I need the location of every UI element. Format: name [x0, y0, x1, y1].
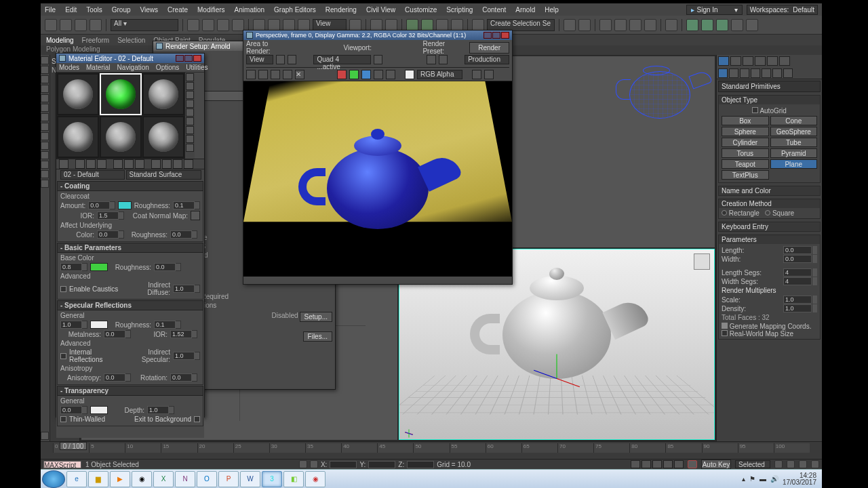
name-color-header[interactable]: Name and Color — [719, 186, 820, 195]
spinner-snap-icon[interactable] — [451, 19, 463, 31]
key-filter-target[interactable]: Selected — [735, 460, 770, 468]
nav-walk-icon[interactable] — [787, 460, 795, 468]
material-editor-window[interactable]: Material Editor - 02 - Default Modes Mat… — [56, 53, 205, 418]
signin-dropdown[interactable]: ▸Sign In▾ — [686, 5, 743, 15]
rotate-icon[interactable] — [268, 19, 280, 31]
primitives-dropdown[interactable]: Standard Primitives — [718, 81, 821, 92]
menu-group[interactable]: Group — [112, 6, 131, 14]
channel-green-icon[interactable] — [349, 70, 359, 79]
coat-amount-input[interactable] — [88, 201, 110, 209]
sample-pattern-icon[interactable] — [186, 91, 194, 99]
cat-systems-icon[interactable] — [783, 68, 793, 78]
chrome-icon[interactable]: ◉ — [132, 471, 152, 487]
metalness-input[interactable] — [104, 330, 125, 338]
caustics-checkbox[interactable] — [60, 286, 66, 292]
nav-orbit-icon[interactable] — [799, 460, 807, 468]
prim-geosphere[interactable]: GeoSphere — [770, 127, 818, 136]
material-slot-4[interactable] — [57, 116, 99, 158]
prim-teapot[interactable]: Teapot — [722, 159, 769, 169]
layer-icon[interactable] — [599, 19, 612, 31]
me-menu-navigation[interactable]: Navigation — [117, 64, 149, 71]
coat-affect-color-input[interactable] — [97, 230, 119, 239]
ribbon-freeform[interactable]: Freeform — [82, 37, 110, 44]
get-material-icon[interactable] — [59, 159, 68, 169]
pivot-icon[interactable] — [349, 19, 361, 31]
redo-icon[interactable] — [60, 19, 72, 31]
keyboard-entry-header[interactable]: Keyboard Entry — [719, 222, 820, 231]
menu-help[interactable]: Help — [545, 6, 559, 14]
close-icon[interactable] — [193, 55, 201, 62]
clone-frame-icon[interactable] — [271, 70, 280, 79]
scene-explorer-icon[interactable] — [614, 19, 627, 31]
menu-views[interactable]: Views — [140, 6, 159, 14]
material-slot-1[interactable] — [57, 73, 99, 115]
material-type-button[interactable]: Standard Surface — [126, 170, 201, 180]
se-sort-icon[interactable] — [41, 66, 49, 74]
move-icon[interactable] — [253, 19, 265, 31]
maxscript-listener[interactable]: MAXScript Mi — [43, 461, 81, 468]
scale-spinner[interactable] — [812, 296, 817, 304]
goto-end-icon[interactable] — [674, 460, 684, 468]
menu-modifiers[interactable]: Modifiers — [197, 6, 225, 14]
length-input[interactable] — [783, 246, 812, 254]
save-image-icon[interactable] — [246, 70, 256, 79]
render-output-canvas[interactable] — [243, 81, 512, 277]
menu-file[interactable]: File — [45, 6, 56, 14]
selection-filter[interactable]: All ▾ — [111, 19, 178, 31]
render-last-icon[interactable] — [731, 19, 743, 31]
render-icon[interactable] — [716, 19, 728, 31]
manip-icon[interactable] — [370, 19, 382, 31]
curve-editor-icon[interactable] — [629, 19, 642, 31]
coat-rough-input[interactable] — [173, 201, 195, 209]
material-name-input[interactable]: 02 - Default — [60, 170, 125, 180]
render-preset-icon[interactable] — [746, 19, 758, 31]
bitmap-setup-button[interactable]: Setup... — [300, 312, 332, 322]
outlook-icon[interactable]: O — [197, 471, 217, 487]
indirect-spec-input[interactable] — [173, 352, 195, 360]
mult-swatch[interactable] — [405, 70, 414, 79]
prim-textplus[interactable]: TextPlus — [722, 170, 769, 180]
time-slider[interactable]: 0510152025303540455055606570758085909510… — [41, 441, 822, 459]
copy-image-icon[interactable] — [258, 70, 268, 79]
prim-sphere[interactable]: Sphere — [722, 127, 769, 136]
sample-opts-icon[interactable] — [186, 117, 194, 125]
restore-icon[interactable] — [492, 32, 500, 39]
minimize-icon[interactable] — [484, 32, 492, 39]
density-input[interactable] — [783, 304, 812, 312]
scale-input[interactable] — [783, 296, 812, 304]
lock-viewport-icon[interactable] — [374, 55, 382, 64]
excel-icon[interactable]: X — [153, 471, 174, 487]
channel-blue-icon[interactable] — [361, 70, 371, 79]
snap-icon[interactable] — [406, 19, 418, 31]
files-button[interactable]: Files... — [303, 331, 332, 342]
spec-ior-input[interactable] — [170, 330, 192, 338]
cat-lights-icon[interactable] — [740, 68, 749, 78]
material-editor-icon[interactable] — [665, 19, 677, 31]
named-sel-icon[interactable] — [472, 19, 484, 31]
onenote-icon[interactable]: N — [175, 471, 195, 487]
workspace-selector[interactable]: Workspaces:Default — [747, 5, 818, 15]
parameters-header[interactable]: Parameters — [719, 235, 820, 244]
me-menu-modes[interactable]: Modes — [59, 64, 79, 71]
cat-shapes-icon[interactable] — [729, 68, 738, 78]
select-icon[interactable] — [187, 19, 199, 31]
tab-modify-icon[interactable] — [730, 56, 741, 66]
menu-grapheditors[interactable]: Graph Editors — [274, 6, 316, 14]
se-filter-group-icon[interactable] — [41, 142, 49, 150]
base-color-swatch[interactable] — [90, 263, 108, 271]
sample-vid-icon[interactable] — [186, 108, 194, 117]
assign-material-icon[interactable] — [75, 159, 85, 169]
exit-bg-checkbox[interactable] — [194, 416, 200, 422]
tab-motion-icon[interactable] — [755, 56, 766, 66]
anisotropy-input[interactable] — [104, 373, 125, 382]
prev-frame-icon[interactable] — [642, 460, 651, 468]
material-id-icon[interactable] — [135, 159, 144, 169]
prim-cylinder[interactable]: Cylinder — [722, 138, 769, 147]
select-region-icon[interactable] — [217, 19, 229, 31]
cat-spacewarps-icon[interactable] — [772, 68, 782, 78]
select-name-icon[interactable] — [202, 19, 214, 31]
channel-alpha-icon[interactable] — [374, 70, 383, 79]
lseg-input[interactable] — [783, 268, 812, 277]
named-selection-dropdown[interactable]: Create Selection Se — [487, 19, 555, 31]
autogrid-checkbox[interactable] — [752, 107, 758, 113]
